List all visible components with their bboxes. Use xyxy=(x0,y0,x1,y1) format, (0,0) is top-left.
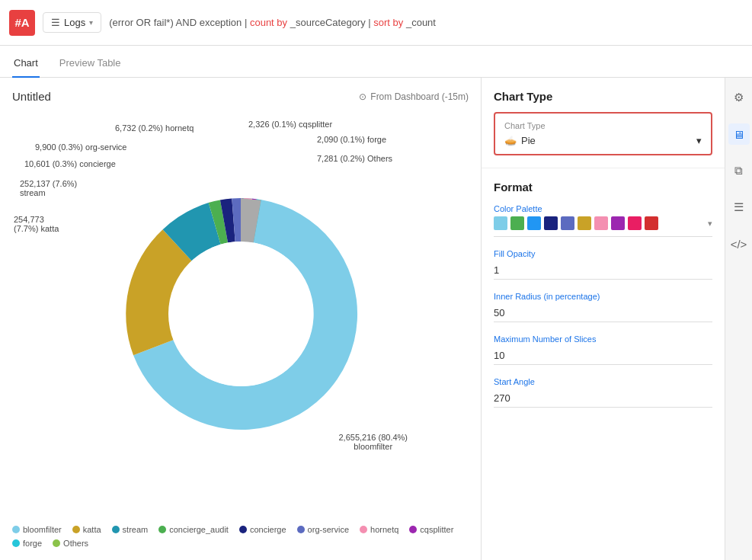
palette-swatch[interactable] xyxy=(494,216,507,230)
label-hornetq: 6,732 (0.2%) hornetq xyxy=(115,123,194,133)
legend-dot xyxy=(239,526,247,533)
legend-item: stream xyxy=(112,525,149,534)
logs-label: Logs xyxy=(64,17,85,28)
max-slices-label: Maximum Number of Slices xyxy=(494,334,712,344)
label-others: 7,281 (0.2%) Others xyxy=(317,154,392,163)
palette-swatch[interactable] xyxy=(578,216,591,230)
chart-type-field-label: Chart Type xyxy=(504,121,702,130)
settings-icon-btn[interactable]: ⚙ xyxy=(728,87,750,108)
monitor-icon-btn[interactable]: 🖥 xyxy=(728,123,750,145)
chart-header: Untitled ⊙ From Dashboard (-15m) xyxy=(12,90,469,103)
query-static2: _sourceCategory | xyxy=(287,17,373,28)
copy-icon-btn[interactable]: ⧉ xyxy=(728,160,750,181)
format-section-title: Format xyxy=(494,181,712,194)
palette-swatch[interactable] xyxy=(561,216,574,230)
legend-label: Others xyxy=(63,539,88,548)
legend-label: org-service xyxy=(308,525,349,534)
inner-radius-input[interactable] xyxy=(494,304,712,322)
legend-dot xyxy=(360,526,367,533)
label-cqsplitter: 2,326 (0.1%) cqsplitter xyxy=(248,120,332,129)
main-content: Untitled ⊙ From Dashboard (-15m) xyxy=(0,78,752,560)
legend-item: forge xyxy=(12,539,42,548)
format-section: Format Color Palette ▾ Fill Opacity Inne… xyxy=(482,168,725,432)
code-icon-btn[interactable]: </> xyxy=(728,233,750,254)
legend-dot xyxy=(297,526,305,533)
palette-swatch[interactable] xyxy=(594,216,608,230)
legend-label: stream xyxy=(123,525,149,534)
query-highlight-sort: sort by xyxy=(373,17,403,28)
tabbar: Chart Preview Table xyxy=(0,46,752,78)
color-palette-row[interactable]: ▾ xyxy=(494,216,712,237)
chart-type-selected: Pie xyxy=(521,135,536,146)
palette-swatch[interactable] xyxy=(628,216,642,230)
start-angle-field: Start Angle xyxy=(494,377,712,408)
chart-type-section: Chart Type Chart Type 🥧 Pie ▾ xyxy=(482,78,725,168)
legend-item: concierge xyxy=(239,525,286,534)
color-palette-label: Color Palette xyxy=(494,204,712,213)
legend-label: katta xyxy=(83,525,101,534)
query-static1: (error OR fail*) AND exception | xyxy=(109,17,250,28)
clock-icon: ⊙ xyxy=(359,91,366,102)
palette-swatch[interactable] xyxy=(544,216,558,230)
legend-dot xyxy=(12,526,20,533)
list-icon-btn[interactable]: ☰ xyxy=(728,197,750,218)
label-concierge: 10,601 (0.3%) concierge xyxy=(24,159,116,168)
legend-dot xyxy=(53,539,60,547)
query-highlight-count: count by xyxy=(250,17,287,28)
legend-item: concierge_audit xyxy=(158,525,229,534)
topbar: #A ☰ Logs ▾ (error OR fail*) AND excepti… xyxy=(0,0,752,46)
chevron-down-icon: ▾ xyxy=(89,18,93,27)
label-forge: 2,090 (0.1%) forge xyxy=(317,135,386,144)
inner-radius-field: Inner Radius (in percentage) xyxy=(494,292,712,322)
legend-dot xyxy=(112,526,120,533)
tab-chart[interactable]: Chart xyxy=(12,50,40,78)
palette-swatch[interactable] xyxy=(510,216,524,230)
color-palette-field: Color Palette ▾ xyxy=(494,204,712,237)
chart-type-chevron[interactable]: ▾ xyxy=(696,135,702,146)
logs-dropdown[interactable]: ☰ Logs ▾ xyxy=(43,12,101,33)
legend-label: cqsplitter xyxy=(420,525,453,534)
start-angle-label: Start Angle xyxy=(494,377,712,386)
max-slices-field: Maximum Number of Slices xyxy=(494,334,712,365)
legend-dot xyxy=(72,526,80,533)
logs-icon: ☰ xyxy=(51,17,60,28)
pie-chart-svg xyxy=(96,169,386,459)
legend-label: hornetq xyxy=(370,525,398,534)
legend-item: katta xyxy=(72,525,101,534)
legend-dot xyxy=(12,539,20,547)
max-slices-input[interactable] xyxy=(494,347,712,365)
pie-chart-icon: 🥧 xyxy=(504,135,517,146)
palette-swatch[interactable] xyxy=(645,216,658,230)
start-angle-input[interactable] xyxy=(494,389,712,408)
legend-item: hornetq xyxy=(360,525,398,534)
legend-dot xyxy=(158,526,166,533)
chart-type-value-row: 🥧 Pie ▾ xyxy=(504,135,702,146)
dashboard-badge-text: From Dashboard (-15m) xyxy=(370,91,469,102)
inner-radius-label: Inner Radius (in percentage) xyxy=(494,292,712,301)
query-display: (error OR fail*) AND exception | count b… xyxy=(109,17,743,28)
chart-type-box[interactable]: Chart Type 🥧 Pie ▾ xyxy=(494,112,712,155)
chart-type-value: 🥧 Pie xyxy=(504,135,536,146)
chart-title: Untitled xyxy=(12,90,51,103)
label-katta: 254,773(7.7%) katta xyxy=(14,215,59,233)
fill-opacity-field: Fill Opacity xyxy=(494,249,712,280)
legend-item: bloomfilter xyxy=(12,525,62,534)
palette-swatch[interactable] xyxy=(527,216,541,230)
legend-item: cqsplitter xyxy=(409,525,453,534)
dashboard-badge: ⊙ From Dashboard (-15m) xyxy=(359,91,469,102)
palette-chevron[interactable]: ▾ xyxy=(708,219,712,229)
legend-item: Others xyxy=(53,539,88,548)
hash-badge: #A xyxy=(9,10,35,36)
label-org-service: 9,900 (0.3%) org-service xyxy=(35,142,126,152)
legend-dot xyxy=(409,526,417,533)
tab-preview[interactable]: Preview Table xyxy=(58,50,123,78)
query-static3: _count xyxy=(403,17,436,28)
chart-type-section-title: Chart Type xyxy=(494,90,712,103)
palette-swatch[interactable] xyxy=(611,216,625,230)
icon-sidebar: ⚙ 🖥 ⧉ ☰ </> xyxy=(725,78,752,560)
legend-item: org-service xyxy=(297,525,349,534)
legend-label: forge xyxy=(23,539,42,548)
donut-hole xyxy=(168,242,313,386)
label-stream: 252,137 (7.6%)stream xyxy=(20,179,77,197)
fill-opacity-input[interactable] xyxy=(494,261,712,280)
